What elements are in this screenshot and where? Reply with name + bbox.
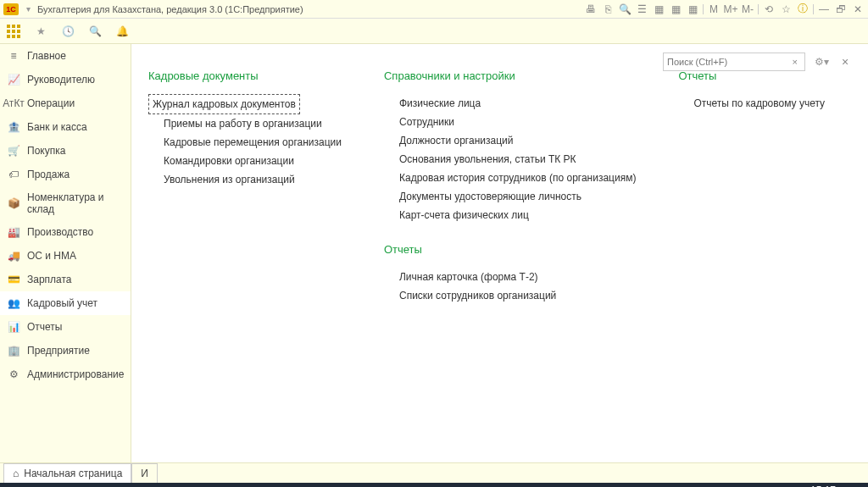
link-positions[interactable]: Должности организаций xyxy=(384,131,636,150)
start-button[interactable] xyxy=(3,483,32,487)
memory-mplus-button[interactable]: M+ xyxy=(724,3,737,16)
chart-icon: 📊 xyxy=(7,320,20,334)
toolbar-compare-icon[interactable]: 🔍 xyxy=(618,3,632,16)
tab-secondary[interactable]: И xyxy=(131,463,158,483)
link-hr-reports[interactable]: Отчеты по кадровому учету xyxy=(678,94,848,113)
history-icon[interactable]: 🕓 xyxy=(61,25,75,38)
link-id-documents[interactable]: Документы удостоверяющие личность xyxy=(384,187,636,206)
sidebar-item-main[interactable]: ≡Главное xyxy=(0,44,131,68)
taskbar-outlook-icon[interactable]: ✉ xyxy=(161,483,193,487)
column-heading: Справочники и настройки xyxy=(384,69,636,82)
notifications-icon[interactable]: 🔔 xyxy=(115,25,129,38)
toolbar-grid-icon[interactable]: ▦ xyxy=(652,3,665,16)
toolbar-back-icon[interactable]: ⟲ xyxy=(762,3,776,16)
sidebar: ≡Главное 📈Руководителю АтКтОперации 🏦Бан… xyxy=(0,44,131,462)
sidebar-item-operations[interactable]: АтКтОперации xyxy=(0,91,131,115)
link-business-trips[interactable]: Командировки организации xyxy=(148,152,342,170)
sidebar-item-reports[interactable]: 📊Отчеты xyxy=(0,315,131,339)
link-hr-history[interactable]: Кадровая история сотрудников (по организ… xyxy=(384,169,636,187)
toolbar-print-icon[interactable]: 🖶 xyxy=(584,3,598,16)
link-employee-lists[interactable]: Списки сотрудников организаций xyxy=(384,286,636,305)
link-individuals[interactable]: Физические лица xyxy=(384,94,636,113)
link-hr-journal[interactable]: Журнал кадровых документов xyxy=(148,94,300,114)
content-area: × ⚙▾ × Кадровые документы Журнал кадровы… xyxy=(131,44,868,462)
column-reports: Отчеты Отчеты по кадровому учету xyxy=(678,69,848,305)
column-heading: Кадровые документы xyxy=(148,69,342,82)
sidebar-item-label: Администрирование xyxy=(27,368,124,380)
clear-search-button[interactable]: × xyxy=(789,57,801,67)
sections-menu-icon[interactable] xyxy=(7,25,20,38)
link-dismissals[interactable]: Увольнения из организаций xyxy=(148,170,342,189)
sidebar-item-purchase[interactable]: 🛒Покупка xyxy=(0,139,131,163)
sidebar-item-label: Производство xyxy=(27,226,93,238)
packages-icon: 📦 xyxy=(7,196,20,210)
home-icon: ⌂ xyxy=(13,468,19,479)
bottom-tab-bar: ⌂ Начальная страница И xyxy=(0,462,868,483)
column-heading: Отчеты xyxy=(678,69,848,82)
taskbar-teamviewer-icon[interactable]: ◐ xyxy=(193,483,225,487)
toolbar-calendar-icon[interactable]: ▦ xyxy=(669,3,682,16)
link-employees[interactable]: Сотрудники xyxy=(384,113,636,131)
taskbar-taskview-icon[interactable]: ⧉ xyxy=(64,483,97,487)
sidebar-item-nomenclature[interactable]: 📦Номенклатура и склад xyxy=(0,186,131,220)
taskbar-skype-icon[interactable]: S xyxy=(322,483,354,487)
toolbar-copy-icon[interactable]: ⎘ xyxy=(601,3,615,16)
link-personal-card-t2[interactable]: Личная карточка (форма Т-2) xyxy=(384,268,636,286)
tab-start-page[interactable]: ⌂ Начальная страница xyxy=(3,463,131,483)
window-title: Бухгалтерия для Казахстана, редакция 3.0… xyxy=(37,4,584,14)
toolbar-calc-icon[interactable]: ▦ xyxy=(686,3,699,16)
memory-mminus-button[interactable]: M- xyxy=(741,3,754,16)
operations-icon: АтКт xyxy=(7,97,20,110)
memory-m-button[interactable]: M xyxy=(707,3,721,16)
link-transfers[interactable]: Кадровые перемещения организации xyxy=(148,133,342,152)
taskbar-search-icon[interactable]: 🔍 xyxy=(32,483,64,487)
titlebar: 1C ▾ Бухгалтерия для Казахстана, редакци… xyxy=(0,0,868,19)
dropdown-icon[interactable]: ▾ xyxy=(22,3,34,15)
sidebar-item-label: Руководителю xyxy=(27,74,95,86)
taskbar-1c-icon[interactable]: 1C xyxy=(354,483,387,487)
bank-icon: 🏦 xyxy=(7,120,20,134)
taskbar-edge-icon[interactable]: e xyxy=(129,483,161,487)
sidebar-item-assets[interactable]: 🚚ОС и НМА xyxy=(0,244,131,268)
sidebar-item-label: Предприятие xyxy=(27,345,90,357)
tab-label: Начальная страница xyxy=(24,468,122,479)
sidebar-item-salary[interactable]: 💳Зарплата xyxy=(0,268,131,291)
search-input[interactable] xyxy=(667,57,789,67)
close-panel-button[interactable]: × xyxy=(837,54,853,69)
sidebar-item-label: Зарплата xyxy=(27,274,72,285)
sidebar-item-hr[interactable]: 👥Кадровый учет xyxy=(0,291,131,315)
taskbar-telegram-icon[interactable]: ✈ xyxy=(225,483,258,487)
sidebar-item-label: Банк и касса xyxy=(27,121,87,133)
app-icon-1c: 1C xyxy=(3,3,19,15)
sidebar-item-bank[interactable]: 🏦Банк и касса xyxy=(0,115,131,139)
column-catalogs: Справочники и настройки Физические лица … xyxy=(384,69,636,305)
sidebar-item-production[interactable]: 🏭Производство xyxy=(0,220,131,244)
window-minimize-button[interactable]: — xyxy=(817,3,831,16)
link-hiring[interactable]: Приемы на работу в организации xyxy=(148,114,342,133)
sidebar-item-enterprise[interactable]: 🏢Предприятие xyxy=(0,339,131,362)
sidebar-item-manager[interactable]: 📈Руководителю xyxy=(0,68,131,91)
taskbar-explorer-icon[interactable]: 📁 xyxy=(97,483,129,487)
toolbar-star-icon[interactable]: ☆ xyxy=(779,3,793,16)
favorites-icon[interactable]: ★ xyxy=(34,25,47,38)
taskbar-word-icon[interactable]: W xyxy=(290,483,322,487)
taskbar-1c-icon-2[interactable]: 1C xyxy=(387,483,419,487)
window-restore-button[interactable]: 🗗 xyxy=(834,3,848,16)
sidebar-item-label: Главное xyxy=(27,50,66,62)
sidebar-item-label: Номенклатура и склад xyxy=(27,191,124,215)
help-icon[interactable]: ⓘ xyxy=(796,3,810,16)
people-icon: 👥 xyxy=(7,296,20,310)
sidebar-item-label: Отчеты xyxy=(27,321,62,333)
wallet-icon: 💳 xyxy=(7,273,20,286)
sidebar-item-label: ОС и НМА xyxy=(27,250,76,262)
link-card-accounts[interactable]: Карт-счета физических лиц xyxy=(384,206,636,224)
taskbar-opera-icon[interactable]: ● xyxy=(258,483,290,487)
sidebar-item-admin[interactable]: ⚙Администрирование xyxy=(0,362,131,386)
search-box[interactable]: × xyxy=(663,53,805,71)
window-close-button[interactable]: ✕ xyxy=(851,3,865,16)
link-dismissal-reasons[interactable]: Основания увольнения, статьи ТК РК xyxy=(384,150,636,169)
toolbar-doc-icon[interactable]: ☰ xyxy=(635,3,648,16)
settings-icon[interactable]: ⚙▾ xyxy=(814,54,829,69)
search-icon[interactable]: 🔍 xyxy=(88,25,102,38)
sidebar-item-sale[interactable]: 🏷Продажа xyxy=(0,163,131,186)
